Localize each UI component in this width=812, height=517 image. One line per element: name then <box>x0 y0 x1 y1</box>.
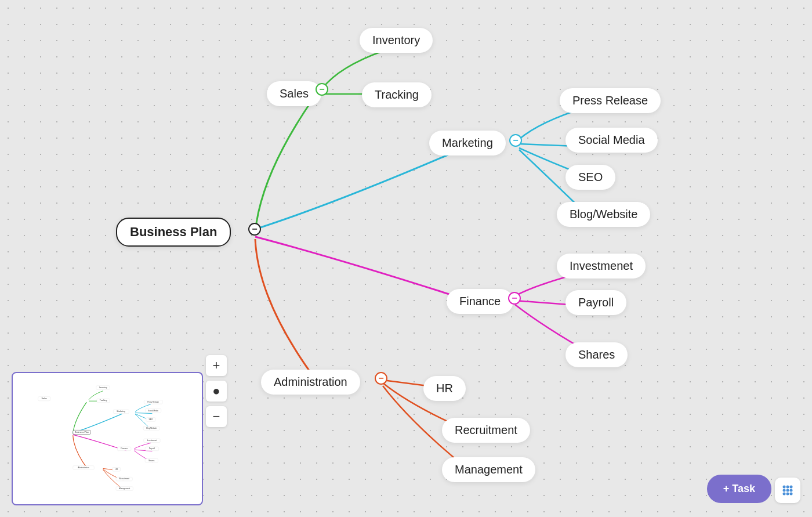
svg-text:Recruitment: Recruitment <box>119 478 129 480</box>
node-tracking[interactable]: Tracking <box>362 82 432 107</box>
grid-icon <box>781 484 794 497</box>
svg-text:Marketing: Marketing <box>117 410 125 413</box>
svg-text:Business Plan: Business Plan <box>75 431 89 433</box>
node-marketing[interactable]: Marketing <box>429 131 506 156</box>
node-shares[interactable]: Shares <box>566 342 628 367</box>
node-inventory[interactable]: Inventory <box>360 28 433 53</box>
svg-point-38 <box>786 489 789 492</box>
node-payroll[interactable]: Payroll <box>566 290 626 315</box>
node-blog-website[interactable]: Blog/Website <box>557 202 650 227</box>
grid-view-button[interactable] <box>775 478 800 503</box>
svg-text:Press Release: Press Release <box>147 401 159 403</box>
collapse-business-plan[interactable]: − <box>248 223 261 236</box>
node-business-plan[interactable]: Business Plan <box>116 218 231 247</box>
svg-point-41 <box>786 493 789 496</box>
svg-point-39 <box>790 489 793 492</box>
zoom-dot-button[interactable]: ● <box>206 381 227 402</box>
node-administration[interactable]: Administration <box>261 370 360 395</box>
node-hr[interactable]: HR <box>423 376 466 401</box>
svg-point-36 <box>790 486 793 489</box>
minimap: Sales Business Plan Inventory Tracking M… <box>12 372 203 505</box>
node-investmenet[interactable]: Investmenet <box>557 254 646 279</box>
svg-text:Investmenet: Investmenet <box>147 439 157 442</box>
svg-text:Management: Management <box>119 487 130 490</box>
svg-text:Sales: Sales <box>42 397 48 400</box>
svg-point-40 <box>783 493 786 496</box>
collapse-administration[interactable]: − <box>375 372 387 385</box>
zoom-out-button[interactable]: − <box>206 406 227 427</box>
svg-point-37 <box>783 489 786 492</box>
node-social-media[interactable]: Social Media <box>566 128 658 153</box>
node-finance[interactable]: Finance <box>447 289 513 314</box>
collapse-sales[interactable]: − <box>316 83 328 96</box>
svg-text:Administration: Administration <box>78 467 89 469</box>
svg-text:Finance: Finance <box>121 447 128 450</box>
node-sales[interactable]: Sales <box>267 81 321 106</box>
node-seo[interactable]: SEO <box>566 165 615 190</box>
svg-point-34 <box>783 486 786 489</box>
svg-point-42 <box>790 493 793 496</box>
node-management[interactable]: Management <box>442 457 535 482</box>
svg-text:Payroll: Payroll <box>149 447 155 450</box>
zoom-controls: + ● − <box>206 355 227 427</box>
collapse-finance[interactable]: − <box>508 292 521 305</box>
svg-point-35 <box>786 486 789 489</box>
svg-text:SEO: SEO <box>149 418 153 421</box>
node-press-release[interactable]: Press Release <box>560 88 661 113</box>
collapse-marketing[interactable]: − <box>509 134 522 147</box>
zoom-in-button[interactable]: + <box>206 355 227 376</box>
node-recruitment[interactable]: Recruitment <box>442 418 530 443</box>
add-task-button[interactable]: + Task <box>707 475 771 503</box>
svg-text:HR: HR <box>115 468 118 471</box>
svg-text:Tracking: Tracking <box>100 399 107 402</box>
svg-text:Shares: Shares <box>148 460 155 462</box>
svg-text:Social Media: Social Media <box>148 410 158 412</box>
svg-text:Blog/Website: Blog/Website <box>146 427 157 429</box>
svg-text:Inventory: Inventory <box>99 386 107 389</box>
